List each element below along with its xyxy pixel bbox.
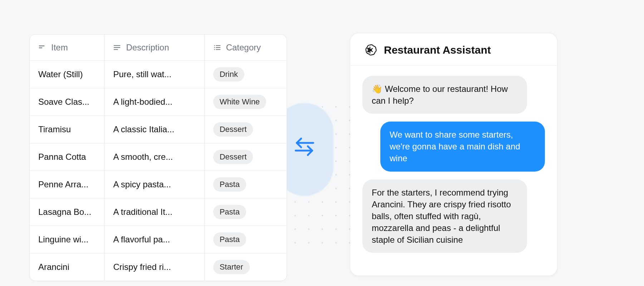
table-row[interactable]: Penne Arra... A spicy pasta... Pasta xyxy=(30,171,287,198)
column-header-description[interactable]: Description xyxy=(104,35,204,60)
cell-category: Starter xyxy=(205,253,287,281)
category-badge: Dessert xyxy=(213,122,253,137)
cell-item: Panna Cotta xyxy=(30,143,104,171)
svg-point-6 xyxy=(214,47,215,48)
openai-logo-icon xyxy=(363,43,377,57)
cell-category: Dessert xyxy=(205,143,287,171)
svg-point-5 xyxy=(214,45,215,46)
table-header-row: Item Description Category xyxy=(30,35,287,61)
cell-item: Lasagna Bo... xyxy=(30,198,104,226)
cell-item: Water (Still) xyxy=(30,61,104,88)
category-badge: Dessert xyxy=(213,150,253,164)
category-badge: White Wine xyxy=(213,95,266,109)
cell-description: A spicy pasta... xyxy=(104,171,204,198)
cell-category: Dessert xyxy=(205,116,287,143)
cell-category: Pasta xyxy=(205,171,287,198)
chat-body: 👋 Welcome to our restaurant! How can I h… xyxy=(350,66,557,253)
table-row[interactable]: Arancini Crispy fried ri... Starter xyxy=(30,253,287,281)
cell-item: Linguine wi... xyxy=(30,226,104,253)
cell-category: Pasta xyxy=(205,198,287,226)
cell-description: Pure, still wat... xyxy=(104,61,204,88)
table-row[interactable]: Soave Clas... A light-bodied... White Wi… xyxy=(30,88,287,116)
chat-message-bot: 👋 Welcome to our restaurant! How can I h… xyxy=(362,76,527,114)
chat-panel: Restaurant Assistant 👋 Welcome to our re… xyxy=(350,33,557,276)
menu-table: Item Description Category Water (Still) … xyxy=(29,34,287,281)
category-badge: Pasta xyxy=(213,205,246,219)
chat-message-bot: For the starters, I recommend trying Ara… xyxy=(362,179,527,253)
table-row[interactable]: Water (Still) Pure, still wat... Drink xyxy=(30,61,287,88)
category-badge: Pasta xyxy=(213,177,246,192)
cell-item: Soave Clas... xyxy=(30,88,104,115)
table-row[interactable]: Linguine wi... A flavorful pa... Pasta xyxy=(30,226,287,253)
cell-category: Pasta xyxy=(205,226,287,253)
text-lines-icon xyxy=(113,44,121,51)
sort-short-icon xyxy=(38,44,46,51)
column-header-label: Item xyxy=(51,43,68,53)
cell-category: Drink xyxy=(205,61,287,88)
category-badge: Starter xyxy=(213,260,250,274)
column-header-label: Description xyxy=(126,43,169,53)
category-badge: Drink xyxy=(213,67,244,82)
column-header-item[interactable]: Item xyxy=(30,35,104,60)
cell-description: Crispy fried ri... xyxy=(104,253,204,281)
cell-description: A flavorful pa... xyxy=(104,226,204,253)
chat-header: Restaurant Assistant xyxy=(350,33,557,66)
table-row[interactable]: Lasagna Bo... A traditional It... Pasta xyxy=(30,198,287,226)
column-header-category[interactable]: Category xyxy=(205,35,287,60)
cell-item: Arancini xyxy=(30,253,104,281)
cell-category: White Wine xyxy=(205,88,287,115)
table-row[interactable]: Panna Cotta A smooth, cre... Dessert xyxy=(30,143,287,171)
cell-description: A light-bodied... xyxy=(104,88,204,115)
list-bullets-icon xyxy=(213,44,221,51)
column-header-label: Category xyxy=(226,43,261,53)
cell-description: A smooth, cre... xyxy=(104,143,204,171)
cell-item: Penne Arra... xyxy=(30,171,104,198)
svg-point-7 xyxy=(214,49,215,50)
cell-item: Tiramisu xyxy=(30,116,104,143)
chat-title: Restaurant Assistant xyxy=(384,44,491,56)
cell-description: A traditional It... xyxy=(104,198,204,226)
cell-description: A classic Italia... xyxy=(104,116,204,143)
category-badge: Pasta xyxy=(213,232,246,247)
chat-message-user: We want to share some starters, we're go… xyxy=(380,122,545,171)
swap-arrows-icon xyxy=(291,133,318,161)
table-row[interactable]: Tiramisu A classic Italia... Dessert xyxy=(30,116,287,143)
